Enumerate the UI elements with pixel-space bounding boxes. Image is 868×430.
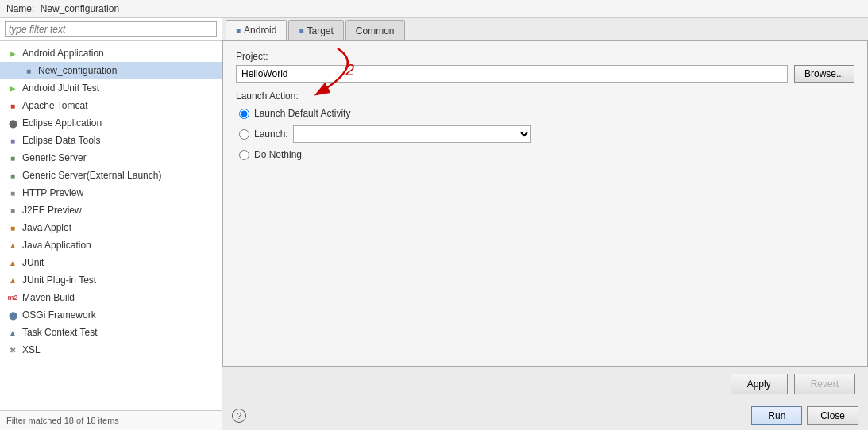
tomcat-icon: ■ xyxy=(6,99,19,112)
sidebar-item-label: Java Applet xyxy=(22,222,71,233)
eclipse-icon: ⬤ xyxy=(6,117,19,129)
sidebar-item-new-configuration[interactable]: ■ New_configuration xyxy=(0,62,222,79)
project-input[interactable] xyxy=(236,65,788,83)
project-input-row: Browse... xyxy=(236,65,854,83)
tab-common[interactable]: Common xyxy=(345,20,405,40)
radio-launch-default-input[interactable] xyxy=(239,109,249,119)
sidebar-item-label: Android JUnit Test xyxy=(22,83,99,94)
right-panel-wrapper: ■ Android ■ Target Common Project: xyxy=(222,18,868,430)
revert-button[interactable]: Revert xyxy=(794,374,855,394)
sidebar-item-junit[interactable]: ▲ JUnit xyxy=(0,254,222,271)
project-label: Project: xyxy=(236,51,854,62)
sidebar-item-eclipse-application[interactable]: ⬤ Eclipse Application xyxy=(0,114,222,132)
sidebar-item-j2ee-preview[interactable]: ■ J2EE Preview xyxy=(0,202,222,219)
sidebar-item-android-application[interactable]: ▶ Android Application xyxy=(0,44,222,62)
sidebar-item-label: OSGi Framework xyxy=(22,309,96,321)
task-icon: ▲ xyxy=(6,326,19,339)
java-app-icon: ▲ xyxy=(6,239,19,251)
android-folder-icon: ▶ xyxy=(6,47,19,60)
config-icon: ■ xyxy=(22,64,35,77)
sidebar-item-generic-server-ext[interactable]: ■ Generic Server(External Launch) xyxy=(0,167,222,184)
launch-action-label: Launch Action: xyxy=(236,90,854,102)
android-tab-icon: ■ xyxy=(236,26,241,35)
sidebar-footer: Filter matched 18 of 18 items xyxy=(0,410,222,430)
sidebar-item-label: J2EE Preview xyxy=(22,205,82,216)
help-icon[interactable]: ? xyxy=(232,409,246,423)
sidebar-item-eclipse-data-tools[interactable]: ■ Eclipse Data Tools xyxy=(0,132,222,149)
sidebar-item-xsl[interactable]: ✖ XSL xyxy=(0,341,222,359)
eclipse-data-icon: ■ xyxy=(6,134,19,147)
radio-launch: Launch: xyxy=(239,125,854,143)
sidebar-item-http-preview[interactable]: ■ HTTP Preview xyxy=(0,184,222,202)
tab-target[interactable]: ■ Target xyxy=(288,20,343,40)
radio-launch-default: Launch Default Activity xyxy=(239,108,854,119)
footer-buttons: Run Close xyxy=(751,406,858,425)
sidebar-tree: ▶ Android Application ■ New_configuratio… xyxy=(0,41,222,410)
tab-target-label: Target xyxy=(307,25,333,36)
sidebar-item-label: Generic Server(External Launch) xyxy=(22,170,161,181)
filter-input[interactable] xyxy=(5,21,217,37)
junit-icon: ▲ xyxy=(6,256,19,269)
target-tab-icon: ■ xyxy=(299,26,303,35)
name-label: Name: xyxy=(6,3,34,14)
close-button[interactable]: Close xyxy=(807,406,858,425)
launch-dropdown[interactable] xyxy=(293,125,531,143)
radio-launch-input[interactable] xyxy=(239,129,249,140)
radio-do-nothing: Do Nothing xyxy=(239,149,854,160)
apply-button[interactable]: Apply xyxy=(731,374,788,394)
radio-do-nothing-input[interactable] xyxy=(239,150,249,160)
name-value: New_configuration xyxy=(41,3,119,14)
xsl-icon: ✖ xyxy=(6,344,19,356)
sidebar-item-label: JUnit xyxy=(22,257,44,268)
sidebar-item-label: Maven Build xyxy=(22,292,75,303)
osgi-icon: ⬤ xyxy=(6,309,19,321)
run-button[interactable]: Run xyxy=(751,406,802,425)
sidebar-item-java-applet[interactable]: ■ Java Applet xyxy=(0,219,222,236)
sidebar-item-label: Eclipse Application xyxy=(22,117,102,129)
common-tab-label: Common xyxy=(356,25,395,36)
radio-launch-label: Launch: xyxy=(254,129,288,140)
launch-action-row: Launch Action: Launch Default Activity L… xyxy=(236,90,854,160)
sidebar-item-label: Eclipse Data Tools xyxy=(22,135,101,146)
radio-do-nothing-label: Do Nothing xyxy=(254,149,302,160)
sidebar-item-label: Android Application xyxy=(22,48,104,59)
junit-plug-icon: ▲ xyxy=(6,274,19,286)
action-bar: Apply Revert xyxy=(222,367,868,401)
tab-android-label: Android xyxy=(244,25,276,36)
sidebar-item-label: Task Context Test xyxy=(22,327,98,338)
sidebar-item-label: Java Application xyxy=(22,240,91,251)
sidebar-item-label: Generic Server xyxy=(22,152,87,163)
sidebar-item-java-application[interactable]: ▲ Java Application xyxy=(0,236,222,254)
java-applet-icon: ■ xyxy=(6,221,19,234)
sidebar-item-osgi-framework[interactable]: ⬤ OSGi Framework xyxy=(0,306,222,324)
tabs-bar: ■ Android ■ Target Common xyxy=(222,18,868,41)
radio-launch-default-label: Launch Default Activity xyxy=(254,108,350,119)
sidebar-item-junit-plugin[interactable]: ▲ JUnit Plug-in Test xyxy=(0,271,222,289)
sidebar-item-task-context-test[interactable]: ▲ Task Context Test xyxy=(0,324,222,341)
maven-icon: m2 xyxy=(6,291,19,304)
android-tab-content: Project: Browse... Launch Action: Launch… xyxy=(222,41,868,367)
filter-match-text: Filter matched 18 of 18 items xyxy=(6,416,119,425)
sidebar-item-apache-tomcat[interactable]: ■ Apache Tomcat xyxy=(0,97,222,114)
server-icon: ■ xyxy=(6,152,19,164)
radio-group: Launch Default Activity Launch: xyxy=(239,108,854,160)
sidebar-item-maven-build[interactable]: m2 Maven Build xyxy=(0,289,222,306)
sidebar-item-android-junit[interactable]: ▶ Android JUnit Test xyxy=(0,79,222,97)
sidebar-item-label: Apache Tomcat xyxy=(22,100,88,111)
name-bar: Name: New_configuration xyxy=(0,0,868,18)
android-junit-icon: ▶ xyxy=(6,82,19,94)
tab-android[interactable]: ■ Android xyxy=(226,20,287,40)
sidebar-filter-area xyxy=(0,18,222,41)
sidebar-item-label: XSL xyxy=(22,344,41,355)
server-ext-icon: ■ xyxy=(6,169,19,182)
sidebar-item-generic-server[interactable]: ■ Generic Server xyxy=(0,149,222,167)
sidebar-item-label: New_configuration xyxy=(38,65,117,76)
sidebar-item-label: JUnit Plug-in Test xyxy=(22,275,96,286)
sidebar: ▶ Android Application ■ New_configuratio… xyxy=(0,18,222,430)
http-icon: ■ xyxy=(6,186,19,199)
footer-bar: ? Run Close xyxy=(222,401,868,430)
project-row: Project: Browse... xyxy=(236,51,854,83)
right-panel: ■ Android ■ Target Common Project: xyxy=(222,18,868,367)
browse-button[interactable]: Browse... xyxy=(794,65,854,83)
j2ee-icon: ■ xyxy=(6,204,19,217)
